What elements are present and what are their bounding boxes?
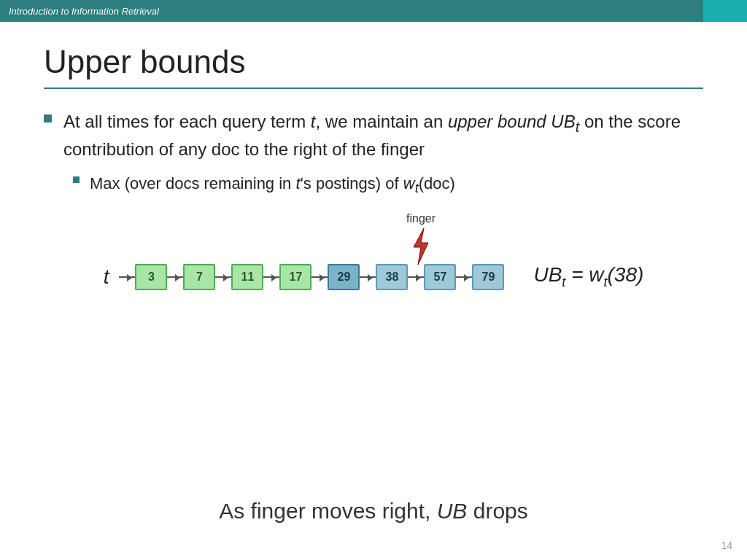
header-bar: Introduction to Information Retrieval [0, 0, 747, 22]
slide-content: Upper bounds At all times for each query… [0, 22, 747, 560]
header-accent [703, 0, 747, 22]
ub-formula: UBt = wt(38) [533, 263, 643, 290]
node-29: 29 [328, 264, 360, 290]
sub-bullet-text: Max (over docs remaining in t's postings… [90, 173, 455, 198]
title-underline [44, 88, 703, 89]
posting-row: t 3 7 11 17 29 38 57 79 [104, 263, 644, 290]
arrow-5 [360, 276, 376, 278]
sub-bullet: Max (over docs remaining in t's postings… [73, 173, 703, 198]
main-bullet: At all times for each query term t, we m… [44, 109, 703, 161]
node-11: 11 [231, 264, 263, 290]
bottom-text: As finger moves right, UB drops [0, 499, 747, 524]
arrow-7 [456, 276, 472, 278]
arrow-0 [119, 276, 135, 278]
main-bullet-text: At all times for each query term t, we m… [63, 109, 703, 161]
node-38: 38 [376, 264, 408, 290]
node-57: 57 [424, 264, 456, 290]
node-3: 3 [135, 264, 167, 290]
diagram: finger t 3 7 11 17 29 [44, 212, 703, 290]
finger-area: finger [406, 212, 436, 266]
slide-title: Upper bounds [44, 44, 703, 80]
node-17: 17 [279, 264, 311, 290]
arrow-6 [408, 276, 424, 278]
header-title: Introduction to Information Retrieval [9, 6, 159, 17]
page-number: 14 [721, 540, 732, 551]
bullet-square-icon [44, 114, 52, 122]
node-7: 7 [183, 264, 215, 290]
t-label: t [104, 265, 109, 289]
arrow-3 [263, 276, 279, 278]
arrow-2 [215, 276, 231, 278]
svg-marker-0 [414, 228, 428, 265]
finger-label: finger [406, 212, 436, 225]
lightning-icon [408, 227, 434, 266]
sub-bullet-square-icon [73, 176, 80, 183]
arrow-4 [311, 276, 328, 278]
node-79: 79 [472, 264, 504, 290]
arrow-1 [167, 276, 183, 278]
